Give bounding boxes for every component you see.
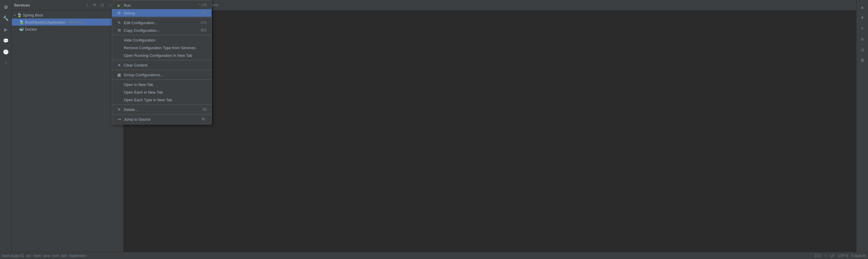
jump-source-icon: ↪ — [117, 117, 121, 121]
menu-item-clear-content[interactable]: ✕ Clear Content — [112, 61, 211, 69]
console-icon[interactable]: 💬 — [1, 36, 10, 45]
run-shortcut: ⌃⇧R — [198, 3, 207, 7]
open-each-new-tab-label: Open Each in New Tab — [124, 90, 163, 94]
context-menu: ▶ Run ⌃⇧R ⚙ Debug ⌃⇧D ✎ Edit Configurati… — [112, 0, 212, 124]
menu-item-open-each-type[interactable]: Open Each Type in New Tab — [112, 96, 211, 104]
run-menu-icon: ▶ — [117, 3, 121, 8]
boot-app-label: BootStudy01Application — [25, 20, 66, 24]
delete-button[interactable]: 🗑 — [858, 55, 867, 65]
menu-item-group-configs[interactable]: ▦ Group Configurations... — [112, 71, 211, 79]
menu-item-run[interactable]: ▶ Run ⌃⇧R — [112, 1, 211, 9]
open-running-label: Open Running Configuration in New Tab — [124, 53, 192, 58]
content-area — [124, 10, 856, 252]
spring-boot-tree-item[interactable]: ▾ 🍃 Spring Boot — [12, 11, 123, 19]
edit-config-icon: ✎ — [117, 20, 121, 25]
menu-item-edit-config[interactable]: ✎ Edit Configuration... ⇧F4 — [112, 19, 211, 27]
jump-source-shortcut: ⌘↓ — [202, 117, 207, 121]
clear-content-label: Clear Content — [124, 63, 147, 67]
sep-3 — [112, 60, 211, 60]
docker-tree-item[interactable]: 🐳 Docker — [12, 26, 123, 33]
delete-icon: ✎ — [117, 107, 121, 112]
edit-config-shortcut: ⇧F4 — [200, 21, 207, 25]
menu-item-remove-config[interactable]: Remove Configuration Type from Services — [112, 44, 211, 52]
copy-config-label: Copy Configuration... — [124, 28, 160, 33]
context-menu-overlay: ▶ Run ⌃⇧R ⚙ Debug ⌃⇧D ✎ Edit Configurati… — [112, 0, 212, 124]
delete-shortcut: ⌫ — [202, 108, 207, 112]
run-label: Run — [124, 3, 131, 8]
indent[interactable]: 4 spaces — [851, 254, 866, 258]
status-breadcrumb: boot-study-01 › src › main › java › com … — [2, 254, 812, 258]
git-icon[interactable]: ⑂ — [1, 58, 10, 68]
sep-6 — [112, 105, 211, 105]
spring-boot-icon: 🍃 — [17, 13, 22, 17]
services-icon[interactable]: ⚙ — [1, 2, 10, 12]
clear-content-icon: ✕ — [117, 63, 121, 67]
menu-item-debug[interactable]: ⚙ Debug ⌃⇧D — [112, 9, 211, 17]
print-button[interactable]: 🖨 — [858, 45, 867, 54]
scroll-down-button[interactable]: ▼ — [858, 13, 867, 22]
menu-item-copy-config[interactable]: ⧉ Copy Configuration... ⌘D — [112, 27, 211, 34]
debug-menu-icon: ⚙ — [117, 10, 121, 15]
cursor-position[interactable]: 13:1 — [814, 254, 821, 258]
breadcrumb-root[interactable]: boot-study-01 — [2, 254, 24, 258]
docker-icon: 🐳 — [19, 27, 24, 31]
open-new-tab-label: Open in New Tab — [124, 82, 153, 87]
services-tree: ▾ 🍃 Spring Boot 🍃 BootStudy01Application… — [12, 10, 123, 252]
encoding[interactable]: UTF-8 — [838, 254, 848, 258]
services-panel: Services + 👁 ⊡ ◇ ✕ ▾ 🍃 Spring Boot 🍃 Boo… — [12, 0, 124, 252]
jump-source-label: Jump to Source — [124, 117, 151, 121]
scroll-up-button[interactable]: ▲ — [858, 2, 867, 12]
services-title: Services — [14, 3, 30, 7]
group-config-icon: ▦ — [117, 73, 121, 77]
status-bar: boot-study-01 › src › main › java › com … — [0, 252, 868, 259]
left-icon-rail: ⚙ 🔧 ▶ 💬 🕐 ⑂ — [0, 0, 12, 252]
status-right: 13:1 ⑂ LF UTF-8 4 spaces — [814, 254, 866, 258]
menu-item-open-new-tab[interactable]: Open in New Tab — [112, 81, 211, 88]
delete-label: Delete... — [124, 108, 138, 112]
breadcrumb-main[interactable]: main — [33, 254, 41, 258]
spring-boot-label: Spring Boot — [23, 13, 43, 17]
sep-2 — [112, 35, 211, 35]
debug-shortcut: ⌃⇧D — [198, 11, 207, 15]
services-header: Services + 👁 ⊡ ◇ ✕ — [12, 0, 123, 10]
sep-5 — [112, 80, 211, 80]
copy-config-shortcut: ⌘D — [200, 28, 207, 32]
line-ending[interactable]: LF — [830, 254, 835, 258]
breadcrumb-com[interactable]: com — [52, 254, 59, 258]
sep-4 — [112, 70, 211, 70]
menu-item-hide-config[interactable]: Hide Configuration — [112, 36, 211, 44]
sep-1 — [112, 18, 211, 18]
right-icon-rail: ▲ ▼ ≡ ≣ 🖨 🗑 — [856, 0, 868, 252]
run-icon[interactable]: ▶ — [1, 25, 10, 34]
boot-study-app-tree-item[interactable]: 🍃 BootStudy01Application [devtools] — [12, 19, 123, 26]
open-each-type-label: Open Each Type in New Tab — [124, 98, 172, 102]
tools-icon[interactable]: 🔧 — [1, 13, 10, 23]
boot-app-suffix: [devtools] — [68, 20, 83, 24]
breadcrumb-src[interactable]: src — [26, 254, 31, 258]
breadcrumb-iam[interactable]: iam — [61, 254, 67, 258]
breadcrumb-app[interactable]: Application — [69, 254, 87, 258]
expand-arrow-spring: ▾ — [14, 13, 16, 17]
debug-label: Debug — [124, 11, 135, 15]
menu-item-open-running[interactable]: Open Running Configuration in New Tab — [112, 52, 211, 59]
boot-app-icon: 🍃 — [19, 20, 24, 24]
hide-config-label: Hide Configuration — [124, 38, 156, 42]
remove-config-label: Remove Configuration Type from Services — [124, 46, 195, 50]
menu-item-open-each-new-tab[interactable]: Open Each in New Tab — [112, 88, 211, 96]
add-service-button[interactable]: + — [84, 2, 90, 8]
expand-service-button[interactable]: ⊡ — [99, 2, 105, 8]
breadcrumb-java[interactable]: java — [43, 254, 50, 258]
docker-label: Docker — [25, 27, 37, 31]
view-service-button[interactable]: 👁 — [91, 2, 98, 8]
menu-item-jump-source[interactable]: ↪ Jump to Source ⌘↓ — [112, 115, 211, 123]
main-content: Threads & Variables Console 🔄 Actuator — [124, 0, 856, 252]
tabs-bar: Threads & Variables Console 🔄 Actuator — [124, 0, 856, 10]
history-icon[interactable]: 🕐 — [1, 47, 10, 57]
list-view-button[interactable]: ≡ — [858, 24, 867, 33]
group-config-label: Group Configurations... — [124, 73, 163, 77]
detail-view-button[interactable]: ≣ — [858, 34, 867, 44]
edit-config-label: Edit Configuration... — [124, 21, 157, 25]
menu-item-delete[interactable]: ✎ Delete... ⌫ — [112, 106, 211, 113]
git-status-icon[interactable]: ⑂ — [825, 254, 827, 258]
copy-config-icon: ⧉ — [117, 28, 121, 33]
